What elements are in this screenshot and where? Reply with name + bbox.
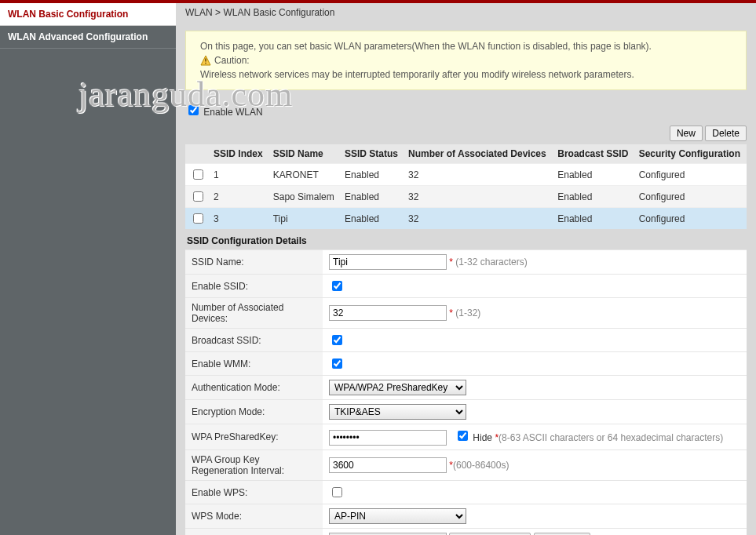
cell: Enabled <box>340 186 404 208</box>
cell: KARONET <box>268 164 340 186</box>
psk-input[interactable] <box>329 430 447 446</box>
col-broadcast: Broadcast SSID <box>553 144 634 164</box>
hint-num-devices: (1-32) <box>455 308 480 318</box>
cell: 32 <box>404 208 553 230</box>
hint-group-key: (600-86400s) <box>453 460 509 471</box>
sidebar-item-label: WLAN Basic Configuration <box>8 9 128 20</box>
ssid-table: SSID Index SSID Name SSID Status Number … <box>185 144 747 229</box>
delete-button[interactable]: Delete <box>705 126 747 141</box>
enc-mode-select[interactable]: TKIP&AES <box>329 404 466 420</box>
broadcast-checkbox[interactable] <box>332 335 342 345</box>
col-ssid-status: SSID Status <box>340 144 404 164</box>
sidebar: WLAN Basic Configuration WLAN Advanced C… <box>0 3 176 535</box>
cell: Enabled <box>340 208 404 230</box>
enable-wlan-text: Enable WLAN <box>203 107 262 118</box>
cell: Enabled <box>553 164 634 186</box>
notice-panel: On this page, you can set basic WLAN par… <box>185 31 747 90</box>
breadcrumb-current: WLAN Basic Configuration <box>223 7 334 18</box>
sidebar-item-wlan-advanced[interactable]: WLAN Advanced Configuration <box>0 26 176 49</box>
cell: Sapo Simalem <box>268 186 340 208</box>
label-enable-ssid: Enable SSID: <box>185 275 323 298</box>
cell: 1 <box>209 164 268 186</box>
cell: Enabled <box>553 208 634 230</box>
hint-ssid-name: (1-32 characters) <box>455 257 527 268</box>
cell: 32 <box>404 164 553 186</box>
row-checkbox[interactable] <box>193 213 203 224</box>
table-row[interactable]: 3TipiEnabled32EnabledConfigured <box>185 208 747 230</box>
sidebar-item-label: WLAN Advanced Configuration <box>8 31 148 42</box>
row-checkbox[interactable] <box>193 169 203 180</box>
col-ssid-index: SSID Index <box>209 144 268 164</box>
label-ap-pin: AP-PIN: <box>185 529 323 536</box>
enable-wps-checkbox[interactable] <box>332 487 342 497</box>
hide-label: Hide <box>473 432 492 443</box>
row-checkbox[interactable] <box>193 191 203 202</box>
section-title: SSID Configuration Details <box>185 229 747 249</box>
enable-ssid-checkbox[interactable] <box>332 281 342 291</box>
cell: 3 <box>209 208 268 230</box>
breadcrumb-sep: > <box>215 7 221 18</box>
label-enc-mode: Encryption Mode: <box>185 400 323 424</box>
cell: 32 <box>404 186 553 208</box>
label-group-key: WPA Group Key Regeneration Interval: <box>185 450 323 481</box>
num-devices-input[interactable] <box>329 305 447 321</box>
cell: 2 <box>209 186 268 208</box>
label-wps-mode: WPS Mode: <box>185 504 323 529</box>
sidebar-item-wlan-basic[interactable]: WLAN Basic Configuration <box>0 3 176 26</box>
hint-psk: (8-63 ASCII characters or 64 hexadecimal… <box>499 432 723 443</box>
hide-psk-checkbox[interactable] <box>458 431 468 441</box>
cell: Enabled <box>553 186 634 208</box>
label-ssid-name: SSID Name: <box>185 250 323 275</box>
svg-rect-1 <box>205 59 206 62</box>
table-row[interactable]: 2Sapo SimalemEnabled32EnabledConfigured <box>185 186 747 208</box>
breadcrumb-root: WLAN <box>185 7 213 18</box>
wps-mode-select[interactable]: AP-PIN <box>329 508 466 524</box>
col-ssid-name: SSID Name <box>268 144 340 164</box>
notice-line2: Wireless network services may be interru… <box>200 67 732 82</box>
col-num-devices: Number of Associated Devices <box>404 144 553 164</box>
caution-label: Caution: <box>214 53 250 67</box>
cell: Configured <box>634 186 747 208</box>
label-auth-mode: Authentication Mode: <box>185 376 323 400</box>
col-security: Security Configuration <box>634 144 747 164</box>
ssid-form: SSID Name: * (1-32 characters) Enable SS… <box>185 249 747 535</box>
required-mark: * <box>449 308 453 318</box>
cell: Configured <box>634 208 747 230</box>
label-enable-wps: Enable WPS: <box>185 481 323 504</box>
label-psk: WPA PreSharedKey: <box>185 424 323 450</box>
auth-mode-select[interactable]: WPA/WPA2 PreSharedKey <box>329 380 466 395</box>
svg-rect-2 <box>205 63 206 64</box>
cell: Enabled <box>340 164 404 186</box>
group-key-input[interactable] <box>329 457 447 473</box>
enable-wlan-label[interactable]: Enable WLAN <box>185 107 263 118</box>
new-button[interactable]: New <box>670 126 703 141</box>
ssid-name-input[interactable] <box>329 254 447 270</box>
required-mark: * <box>449 257 453 268</box>
label-enable-wmm: Enable WMM: <box>185 352 323 376</box>
warning-icon <box>200 55 211 66</box>
cell: Configured <box>634 164 747 186</box>
breadcrumb: WLAN > WLAN Basic Configuration <box>176 3 756 24</box>
label-num-devices: Number of Associated Devices: <box>185 298 323 329</box>
label-broadcast: Broadcast SSID: <box>185 329 323 352</box>
notice-line1: On this page, you can set basic WLAN par… <box>200 39 732 53</box>
enable-wmm-checkbox[interactable] <box>332 358 342 369</box>
table-row[interactable]: 1KARONETEnabled32EnabledConfigured <box>185 164 747 186</box>
enable-wlan-checkbox[interactable] <box>188 105 199 115</box>
cell: Tipi <box>268 208 340 230</box>
